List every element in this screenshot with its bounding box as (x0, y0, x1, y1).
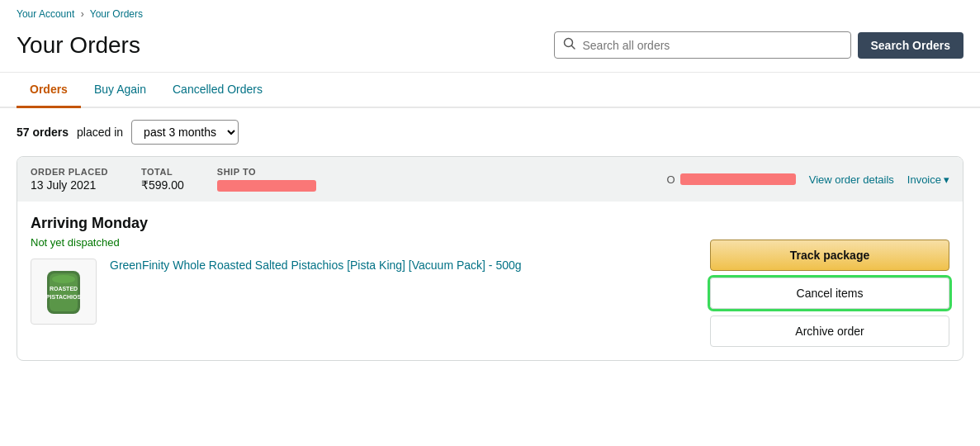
page-title: Your Orders (17, 32, 140, 59)
order-ship-to-section: SHIP TO (217, 167, 316, 192)
arriving-label: Arriving Monday (31, 215, 694, 232)
top-bar: Your Account › Your Orders (0, 0, 980, 23)
track-package-button[interactable]: Track package (710, 240, 949, 271)
search-orders-button[interactable]: Search Orders (858, 32, 964, 59)
breadcrumb: Your Account › Your Orders (0, 0, 980, 23)
search-input[interactable] (583, 39, 842, 52)
invoice-label: Invoice (907, 173, 941, 186)
order-total-value: ₹599.00 (141, 178, 184, 192)
view-order-details-link[interactable]: View order details (809, 173, 894, 186)
svg-text:ROASTED: ROASTED (50, 286, 78, 292)
page-header: Your Orders Search Orders (0, 23, 980, 73)
orders-meta: 57 orders placed in past 3 months past 6… (0, 108, 980, 156)
order-card: ORDER PLACED 13 July 2021 TOTAL ₹599.00 … (17, 156, 963, 361)
order-placed-label: ORDER PLACED (31, 167, 108, 177)
search-box-container (554, 31, 851, 59)
product-image: ROASTED PISTACHIOS (31, 259, 97, 325)
time-filter-select[interactable]: past 3 months past 6 months 2021 2020 (131, 120, 239, 145)
order-id-prefix: O (667, 173, 675, 186)
order-total-label: TOTAL (141, 167, 184, 177)
order-actions: Track package Cancel items Archive order (710, 240, 949, 347)
dispatch-status: Not yet dispatched (31, 235, 694, 249)
invoice-dropdown[interactable]: Invoice ▾ (907, 173, 949, 186)
order-id-area: O (667, 173, 796, 186)
tab-orders[interactable]: Orders (17, 73, 81, 108)
tabs-bar: Orders Buy Again Cancelled Orders (0, 73, 980, 108)
breadcrumb-separator: › (81, 8, 84, 20)
search-area: Search Orders (554, 31, 964, 59)
ship-to-value-redacted (217, 180, 316, 192)
order-total-section: TOTAL ₹599.00 (141, 167, 184, 192)
breadcrumb-orders-link[interactable]: Your Orders (90, 8, 143, 20)
ship-to-label: SHIP TO (217, 167, 316, 177)
svg-text:PISTACHIOS: PISTACHIOS (46, 294, 82, 300)
placed-in-label: placed in (77, 126, 123, 139)
search-icon (563, 37, 576, 53)
svg-point-6 (52, 275, 75, 283)
order-item-info: Arriving Monday Not yet dispatched ROAST… (31, 215, 694, 325)
tab-cancelled-orders[interactable]: Cancelled Orders (159, 73, 276, 108)
product-name-link[interactable]: GreenFinity Whole Roasted Salted Pistach… (110, 259, 522, 272)
orders-count: 57 orders (17, 126, 69, 139)
order-placed-date: 13 July 2021 (31, 178, 108, 192)
invoice-chevron-icon: ▾ (944, 173, 949, 186)
order-placed-section: ORDER PLACED 13 July 2021 (31, 167, 108, 192)
tab-buy-again[interactable]: Buy Again (81, 73, 159, 108)
order-card-body: Arriving Monday Not yet dispatched ROAST… (17, 202, 963, 360)
cancel-items-button[interactable]: Cancel items (710, 278, 949, 309)
order-card-header: ORDER PLACED 13 July 2021 TOTAL ₹599.00 … (17, 157, 963, 202)
order-id-redacted-bar (680, 173, 796, 185)
archive-order-button[interactable]: Archive order (710, 316, 949, 347)
orders-list: ORDER PLACED 13 July 2021 TOTAL ₹599.00 … (0, 156, 980, 377)
breadcrumb-account-link[interactable]: Your Account (17, 8, 74, 20)
order-header-right: O View order details Invoice ▾ (667, 173, 949, 186)
svg-line-1 (571, 46, 575, 50)
order-item-row: ROASTED PISTACHIOS GreenFinity Whole Roa… (31, 259, 694, 325)
